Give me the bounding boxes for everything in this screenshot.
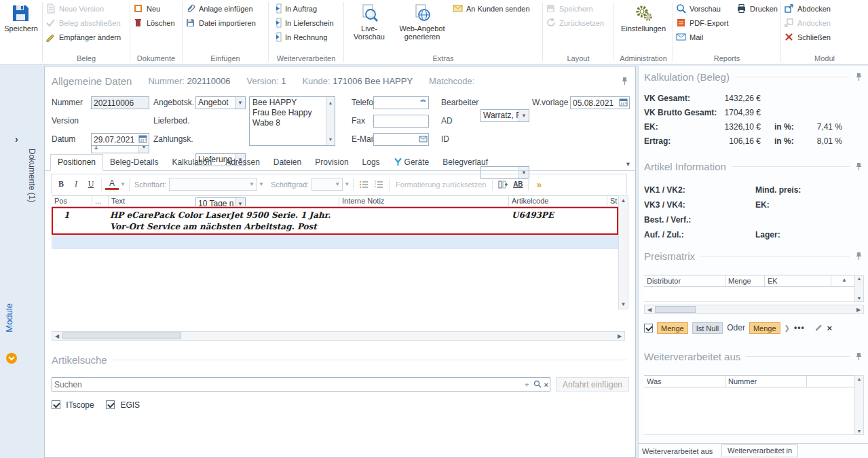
insert-column-icon[interactable] (496, 178, 510, 191)
col-text[interactable]: Text (109, 196, 339, 206)
underline-button[interactable]: U (84, 178, 98, 191)
calendar-icon[interactable] (138, 134, 147, 145)
scrollbar-thumb[interactable] (62, 332, 181, 339)
mail-button[interactable]: Mail (673, 30, 706, 44)
schriftart-combo[interactable]: ▼ (169, 178, 257, 191)
scroll-left-icon[interactable]: ◀ (52, 333, 62, 339)
an-kunden-senden-button[interactable]: An Kunden senden (450, 1, 533, 16)
tab-adressen[interactable]: Adressen (219, 155, 267, 170)
andocken-button[interactable]: Andocken (781, 16, 833, 30)
schriftgrad-chevron-icon[interactable]: ▼ (344, 181, 350, 187)
grid-horizontal-scrollbar[interactable]: ◀ ▶ (52, 331, 625, 341)
scroll-right-icon[interactable]: ▶ (854, 307, 863, 313)
anfahrt-einfuegen-button[interactable]: Anfahrt einfügen (556, 377, 629, 392)
einstellungen-button[interactable]: Einstellungen (618, 1, 669, 54)
scroll-left-icon[interactable]: ◀ (645, 307, 654, 313)
col-was[interactable]: Was (644, 376, 725, 387)
numbered-list-icon[interactable] (372, 178, 385, 191)
weiterverarbeitet-vertical-scrollbar[interactable]: ▲▼ (854, 375, 864, 435)
abdocken-button[interactable]: Abdocken (781, 1, 833, 16)
search-input[interactable] (52, 377, 550, 392)
tab-weiterverarbeitet-in[interactable]: Weiterverarbeitet in (721, 444, 798, 457)
angebotsk-select[interactable]: Angebot▼ (195, 96, 246, 109)
sidebar-item-module[interactable]: Module (4, 303, 14, 332)
col-dots[interactable]: ... (92, 196, 109, 206)
tab-belegverlauf[interactable]: Belegverlauf (436, 155, 495, 170)
filter-more-button[interactable]: ••• (794, 323, 805, 332)
bullet-list-icon[interactable] (357, 178, 371, 191)
col-st[interactable]: St (607, 196, 618, 206)
col-interne-notiz[interactable]: Interne Notiz (339, 196, 509, 206)
in-lieferschein-button[interactable]: In Lieferschein (269, 16, 337, 30)
vorschau-button[interactable]: Vorschau (673, 1, 723, 16)
pdf-export-button[interactable]: PDF-Export (673, 16, 731, 30)
nummer-input[interactable] (91, 96, 149, 109)
calendar-icon[interactable] (619, 98, 628, 109)
italic-button[interactable]: I (69, 178, 83, 191)
weiterverarbeitet-grid-body[interactable] (644, 387, 854, 435)
filter-field-badge[interactable]: Menge (657, 322, 688, 334)
col-menge[interactable]: Menge (725, 275, 765, 286)
reset-formatting-button[interactable]: Formatierung zurücksetzen (393, 180, 489, 189)
drucken-button[interactable]: Drucken (734, 1, 780, 16)
grid-vertical-scrollbar[interactable]: ▲▼ (618, 195, 628, 309)
anlage-einfuegen-button[interactable]: Anlage einfügen (183, 1, 256, 16)
filter-clear-icon[interactable]: × (827, 323, 833, 333)
search-icon[interactable] (533, 380, 542, 389)
egis-checkbox[interactable] (106, 400, 115, 409)
col-nummer[interactable]: Nummer (725, 376, 807, 387)
loeschen-button[interactable]: Löschen (130, 16, 178, 30)
schriftart-chevron-icon[interactable]: ▼ (259, 181, 264, 187)
datei-importieren-button[interactable]: Datei importieren (183, 16, 259, 30)
add-icon[interactable]: ＋ (523, 379, 531, 389)
scrollbar-thumb[interactable] (655, 306, 696, 313)
pin-icon[interactable] (621, 77, 628, 85)
filter-checkbox[interactable] (644, 324, 653, 332)
fax-input[interactable] (373, 115, 429, 128)
font-color-chevron-icon[interactable]: ▼ (120, 181, 126, 187)
scroll-right-icon[interactable]: ▶ (615, 333, 624, 339)
font-color-button[interactable]: A (105, 178, 119, 190)
empfaenger-aendern-button[interactable]: Empfänger ändern (43, 30, 124, 44)
filter-expand-chevron-icon[interactable]: ❯ (785, 324, 790, 332)
schliessen-button[interactable]: Schließen (781, 30, 833, 44)
neue-version-button[interactable]: Neue Version (43, 1, 107, 16)
bearbeiter-select[interactable]: Warratz, Re▼ (480, 109, 529, 122)
schriftgrad-combo[interactable]: ▼ (312, 178, 343, 191)
spellcheck-button[interactable]: AB (511, 178, 525, 191)
sidebar-item-dokumente[interactable]: Dokumente (1) (27, 149, 37, 202)
col-distributor[interactable]: Distributor (644, 275, 725, 286)
in-auftrag-button[interactable]: In Auftrag (269, 1, 320, 16)
bold-button[interactable]: B (54, 178, 68, 191)
tab-geraete[interactable]: Geräte (387, 155, 436, 170)
itscope-checkbox[interactable] (52, 400, 60, 409)
col-artikelcode[interactable]: Artikelcode (509, 196, 607, 206)
beleg-abschliessen-button[interactable]: Beleg abschließen (43, 16, 124, 30)
tab-overflow-chevron-icon[interactable]: ▼ (625, 161, 631, 168)
filter-operator-badge[interactable]: Ist Null (692, 322, 723, 334)
zuruecksetzen-button[interactable]: Zurücksetzen (543, 16, 607, 30)
sort-up-icon[interactable]: ▲ (831, 275, 854, 286)
module-orb-icon[interactable] (5, 352, 18, 366)
live-vorschau-button[interactable]: Live-Vorschau (344, 1, 394, 54)
table-row[interactable]: 1 HP eCarePack Color LaserJet 9500 Serie… (52, 207, 618, 235)
layout-speichern-button[interactable]: Speichern (543, 1, 596, 16)
pin-icon[interactable] (855, 73, 863, 81)
save-button[interactable]: Speichern (1, 1, 41, 64)
filter-edit-icon[interactable] (814, 322, 823, 333)
pin-icon[interactable] (855, 352, 863, 361)
preismatrix-vertical-scrollbar[interactable]: ▲▼ (854, 275, 864, 302)
neu-button[interactable]: Neu (130, 1, 163, 16)
filter-field-badge[interactable]: Menge (749, 322, 780, 334)
more-tools-icon[interactable]: » (532, 178, 546, 191)
address-box[interactable]: Bee HAPPY Frau Bee Happy Wabe 8 ▲▼ (249, 96, 335, 146)
web-angebot-button[interactable]: Web-Angebot generieren (394, 1, 450, 54)
in-rechnung-button[interactable]: In Rechnung (269, 30, 330, 44)
pin-icon[interactable] (855, 252, 863, 261)
pin-icon[interactable] (855, 162, 863, 171)
col-pos[interactable]: Pos (52, 196, 92, 206)
tab-positionen[interactable]: Positionen (50, 154, 103, 171)
address-scrollbar[interactable]: ▲▼ (326, 97, 335, 145)
preismatrix-horizontal-scrollbar[interactable]: ◀ ▶ (644, 305, 864, 314)
tab-kalkulation[interactable]: Kalkulation (165, 155, 219, 170)
